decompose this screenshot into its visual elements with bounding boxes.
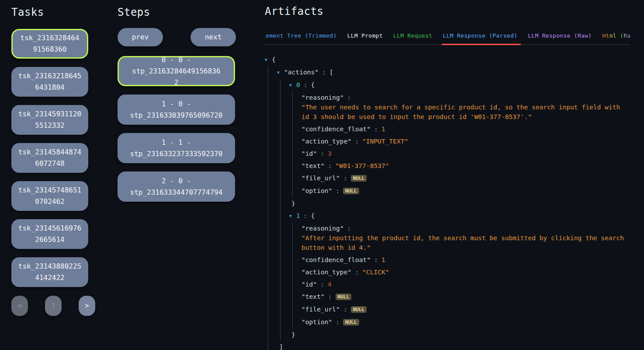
json-key: action_type (301, 137, 351, 145)
json-children: ▼0:{ reasoning:The user needs to search … (280, 79, 630, 341)
step-button[interactable]: 1 - 0 - stp_231633039765096720 (118, 94, 235, 125)
json-colon: : (320, 150, 324, 157)
tasks-title: Tasks (11, 6, 89, 18)
json-bracket: [ (329, 68, 333, 76)
json-colon: : (328, 162, 332, 169)
tab-element-tree-trimmed[interactable]: Element Tree (Trimmed) (265, 32, 337, 39)
task-button[interactable]: tsk_231457486510702462 (11, 181, 88, 211)
json-colon: : (328, 293, 332, 300)
json-row: } (289, 329, 630, 341)
task-list: tsk_231632846491568360 tsk_2316321864564… (11, 29, 89, 287)
json-key: reasoning (301, 224, 344, 232)
tab-llm-response-parsed[interactable]: LLM Response (Parsed) (443, 32, 517, 39)
json-colon: : (304, 81, 308, 88)
json-colon: : (374, 125, 378, 133)
json-row: id:4 (301, 278, 630, 290)
json-string-value: After inputting the product id, the sear… (301, 233, 630, 252)
json-row: action_type:CLICK (301, 266, 630, 278)
json-colon: : (347, 94, 351, 101)
json-colon: : (336, 187, 339, 194)
json-string-value: CLICK (362, 267, 389, 277)
json-key: text (301, 293, 325, 300)
json-row: text:NULL (301, 290, 630, 303)
collapse-arrow-icon[interactable]: ▼ (277, 68, 284, 77)
json-number-value: 1 (381, 256, 385, 263)
json-key: option (301, 318, 332, 326)
json-children: reasoning:After inputting the product id… (292, 222, 630, 329)
json-null-badge: NULL (351, 175, 367, 182)
json-row: text:W01-377-8537 (301, 160, 630, 172)
task-button[interactable]: tsk_231632846491568360 (11, 29, 88, 59)
task-button[interactable]: tsk_231632186456431804 (11, 67, 88, 97)
json-row: } (289, 197, 630, 210)
task-button[interactable]: tsk_231456169762665614 (11, 219, 88, 249)
json-bracket: } (291, 331, 295, 338)
json-number-value: 3 (328, 150, 332, 157)
step-nav: prev next (118, 28, 236, 46)
json-row: confidence_float:1 (301, 123, 630, 135)
json-bracket: { (311, 81, 315, 88)
task-button[interactable]: tsk_231459311205512332 (11, 105, 88, 135)
json-bracket: } (291, 200, 295, 207)
tab-llm-request[interactable]: LLM Request (393, 32, 432, 39)
pagination-page-button[interactable]: 1 (45, 296, 62, 316)
json-row: ▼0:{ (289, 79, 630, 91)
json-row: confidence_float:1 (301, 254, 630, 266)
json-row: ▼1:{ (289, 210, 630, 222)
collapse-arrow-icon[interactable]: ▼ (289, 211, 296, 221)
json-bracket: { (311, 212, 315, 219)
json-key: option (301, 187, 332, 194)
json-null-badge: NULL (343, 188, 359, 194)
json-colon: : (355, 137, 359, 145)
json-key: file_url (301, 305, 340, 313)
tasks-panel: Tasks tsk_231632846491568360 tsk_2316321… (11, 6, 89, 316)
json-number-value: 1 (381, 125, 385, 133)
task-button[interactable]: tsk_231438802254142422 (11, 257, 88, 287)
json-key: id (301, 150, 317, 157)
json-key: actions (284, 68, 319, 76)
artifacts-panel: Artifacts Element Tree (Trimmed) LLM Pro… (265, 5, 630, 350)
json-colon: : (336, 318, 339, 326)
json-null-badge: NULL (351, 306, 367, 313)
prev-step-button[interactable]: prev (118, 28, 163, 46)
json-key: action_type (301, 268, 351, 276)
tab-llm-prompt[interactable]: LLM Prompt (347, 32, 383, 39)
json-children: ▼actions:[ ▼0:{ reasoning:The user needs… (268, 66, 630, 350)
json-row: action_type:INPUT_TEXT (301, 135, 630, 147)
json-colon: : (355, 268, 359, 276)
json-colon: : (322, 68, 326, 76)
json-string-value: INPUT_TEXT (362, 136, 408, 146)
json-key: text (301, 162, 325, 169)
json-row: file_url:NULL (301, 303, 630, 316)
json-row: reasoning:After inputting the product id… (301, 222, 630, 254)
json-colon: : (343, 305, 347, 313)
step-button[interactable]: 2 - 0 - stp_231633344707774794 (118, 172, 235, 202)
json-colon: : (304, 212, 308, 219)
collapse-arrow-icon[interactable]: ▼ (265, 55, 272, 65)
json-key: file_url (301, 174, 340, 182)
task-button[interactable]: tsk_231458448746072748 (11, 143, 88, 173)
step-button[interactable]: 0 - 0 - stp_231632846491568362 (118, 56, 235, 86)
tab-html-raw[interactable]: Html (Raw) (602, 32, 630, 39)
artifact-tabs: Element Tree (Trimmed) LLM Prompt LLM Re… (265, 32, 630, 45)
json-colon: : (374, 256, 378, 263)
json-bracket: ] (279, 343, 283, 350)
steps-title: Steps (118, 6, 236, 18)
steps-panel: Steps prev next 0 - 0 - stp_231632846491… (118, 6, 236, 202)
next-step-button[interactable]: next (190, 28, 236, 46)
json-number-value: 4 (328, 280, 332, 288)
json-array-index: 0 (296, 81, 300, 88)
json-bracket: { (272, 56, 276, 63)
json-row: reasoning:The user needs to search for a… (301, 91, 630, 123)
step-button[interactable]: 1 - 1 - stp_231633237333592370 (118, 133, 235, 163)
json-row: option:NULL (301, 316, 630, 329)
json-row: ▼{ (265, 53, 630, 66)
pagination-next-button[interactable]: > (79, 296, 95, 316)
pagination-prev-button[interactable]: < (11, 296, 28, 316)
json-colon: : (343, 174, 347, 182)
json-row: file_url:NULL (301, 172, 630, 185)
collapse-arrow-icon[interactable]: ▼ (289, 80, 296, 90)
json-key: reasoning (301, 94, 344, 101)
tab-llm-response-raw[interactable]: LLM Response (Raw) (528, 32, 592, 39)
json-row: id:3 (301, 147, 630, 160)
